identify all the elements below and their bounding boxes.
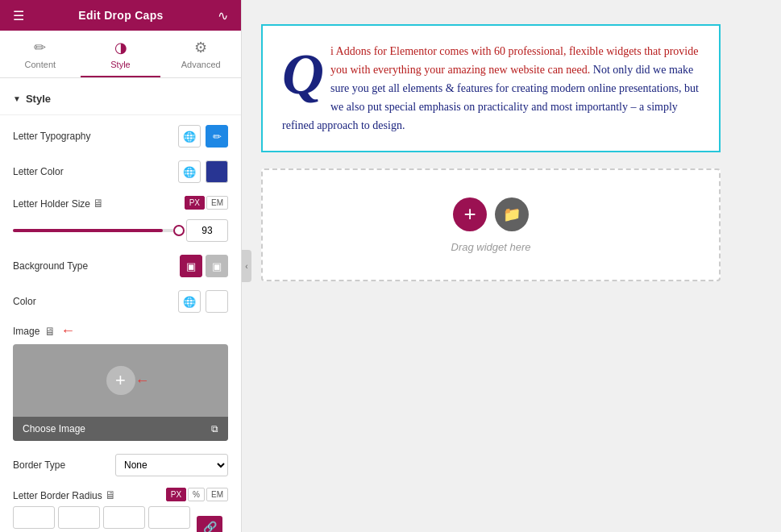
image-monitor-icon: 🖥: [44, 325, 56, 338]
preview-text-dark: Not only did we make sure you get all el…: [282, 64, 699, 131]
letter-color-swatch[interactable]: [206, 160, 228, 183]
color-swatch[interactable]: [206, 290, 228, 313]
color-globe-icon[interactable]: 🌐: [178, 290, 201, 313]
unit-px-btn[interactable]: PX: [185, 196, 205, 210]
letter-color-globe-icon[interactable]: 🌐: [178, 160, 201, 183]
slider-track[interactable]: [13, 229, 180, 232]
link-btn[interactable]: 🔗: [197, 516, 222, 532]
panel-tabs: ✏ Content ◑ Style ⚙ Advanced: [0, 31, 241, 78]
drop-zone: + 📁 Drag widget here: [261, 168, 721, 281]
border-type-label: Border Type: [13, 459, 65, 471]
drop-zone-label: Drag widget here: [451, 241, 531, 253]
border-radius-label: Letter Border Radius 🖥: [13, 488, 116, 501]
letter-typography-edit-icon[interactable]: ✏: [206, 125, 228, 148]
color-controls: 🌐: [178, 290, 228, 313]
slider-container: [13, 219, 228, 242]
style-section-title: Style: [26, 93, 51, 105]
preview-content: Q i Addons for Elementor comes with 60 p…: [282, 42, 700, 135]
image-label: Image: [13, 326, 39, 337]
tab-style-label: Style: [110, 60, 130, 69]
letter-holder-size-label: Letter Holder Size 🖥: [13, 197, 104, 210]
background-type-row: Background Type ▣ ▣: [0, 248, 241, 284]
grid-icon[interactable]: ∿: [218, 8, 228, 23]
letter-typography-label: Letter Typography: [13, 131, 91, 142]
section-arrow-icon: ▼: [13, 94, 21, 103]
style-tab-icon: ◑: [114, 39, 127, 56]
border-radius-monitor-icon: 🖥: [105, 488, 116, 501]
hamburger-icon[interactable]: ☰: [13, 8, 24, 23]
letter-typography-globe-icon[interactable]: 🌐: [178, 125, 201, 148]
radius-bottom-group: BOTTOM: [103, 506, 145, 532]
size-value-input[interactable]: [186, 219, 228, 242]
border-radius-label-row: Letter Border Radius 🖥 PX % EM: [13, 488, 228, 501]
panel-title: Edit Drop Caps: [78, 9, 163, 22]
tab-content-label: Content: [25, 60, 56, 69]
slider-thumb[interactable]: [173, 225, 185, 236]
choose-image-bar[interactable]: Choose Image ⧉: [13, 417, 228, 441]
upload-red-arrow-icon: ←: [135, 372, 150, 389]
radius-inputs: TOP RIGHT BOTTOM LEFT 🔗: [13, 506, 228, 532]
add-widget-button[interactable]: +: [453, 197, 487, 231]
right-area: ‹ Q i Addons for Elementor comes with 60…: [242, 0, 781, 532]
radius-left-group: LEFT: [148, 506, 190, 532]
tab-advanced[interactable]: ⚙ Advanced: [160, 31, 241, 77]
image-upload-area: + ← Choose Image ⧉: [13, 344, 228, 441]
panel-header: ☰ Edit Drop Caps ∿: [0, 0, 241, 31]
drop-cap-letter: Q: [282, 45, 324, 103]
image-row: Image 🖥 ← + ← Choose Image ⧉: [0, 319, 241, 447]
red-arrow-icon: ←: [60, 322, 75, 339]
upload-plus-icon[interactable]: +: [106, 366, 135, 395]
bg-color-btn[interactable]: ▣: [180, 255, 202, 277]
choose-image-copy-icon[interactable]: ⧉: [211, 423, 218, 434]
monitor-icon: 🖥: [93, 197, 104, 210]
divider: [0, 114, 241, 115]
choose-image-label: Choose Image: [23, 423, 85, 434]
tab-style[interactable]: ◑ Style: [81, 31, 161, 77]
border-radius-em-btn[interactable]: EM: [206, 488, 228, 501]
letter-color-controls: 🌐: [178, 160, 228, 183]
border-radius-row: Letter Border Radius 🖥 PX % EM TOP RIGHT: [0, 483, 241, 532]
slider-fill: [13, 229, 163, 232]
widget-preview: Q i Addons for Elementor comes with 60 p…: [261, 24, 721, 152]
image-label-row: Image 🖥 ←: [13, 322, 228, 339]
letter-holder-size-units: PX EM: [185, 196, 228, 210]
folder-button[interactable]: 📁: [495, 197, 529, 231]
border-radius-px-btn[interactable]: PX: [166, 488, 186, 501]
tab-content[interactable]: ✏ Content: [0, 31, 81, 77]
border-radius-unit-toggle: PX % EM: [166, 488, 228, 501]
style-section-header[interactable]: ▼ Style: [0, 86, 241, 111]
radius-right-input[interactable]: [58, 506, 100, 529]
border-type-select[interactable]: None Solid Dashed Dotted: [115, 454, 228, 476]
letter-holder-size-row: Letter Holder Size 🖥 PX EM: [0, 189, 241, 216]
letter-typography-controls: 🌐 ✏: [178, 125, 228, 148]
content-tab-icon: ✏: [34, 39, 46, 56]
drop-zone-buttons: + 📁: [453, 197, 529, 231]
collapse-handle[interactable]: ‹: [242, 250, 251, 282]
unit-toggle: PX EM: [185, 196, 228, 210]
radius-top-group: TOP: [13, 506, 55, 532]
left-panel: ☰ Edit Drop Caps ∿ ✏ Content ◑ Style ⚙ A…: [0, 0, 242, 532]
color-row: Color 🌐: [0, 284, 241, 319]
border-radius-pct-btn[interactable]: %: [188, 488, 205, 501]
tab-advanced-label: Advanced: [181, 60, 221, 69]
advanced-tab-icon: ⚙: [194, 39, 207, 56]
unit-em-btn[interactable]: EM: [206, 196, 228, 210]
background-type-label: Background Type: [13, 260, 88, 272]
border-type-row: Border Type None Solid Dashed Dotted: [0, 447, 241, 483]
color-label: Color: [13, 296, 36, 307]
panel-body: ▼ Style Letter Typography 🌐 ✏ Letter Col…: [0, 78, 241, 532]
image-placeholder[interactable]: + ←: [13, 344, 228, 417]
letter-color-label: Letter Color: [13, 166, 64, 177]
letter-typography-row: Letter Typography 🌐 ✏: [0, 118, 241, 154]
preview-text: i Addons for Elementor comes with 60 pro…: [282, 45, 699, 131]
background-type-buttons: ▣ ▣: [180, 255, 228, 277]
radius-bottom-input[interactable]: [103, 506, 145, 529]
radius-left-input[interactable]: [148, 506, 190, 529]
letter-color-row: Letter Color 🌐: [0, 154, 241, 189]
radius-right-group: RIGHT: [58, 506, 100, 532]
radius-top-input[interactable]: [13, 506, 55, 529]
bg-gradient-btn[interactable]: ▣: [206, 255, 228, 277]
slider-row: [0, 216, 241, 248]
